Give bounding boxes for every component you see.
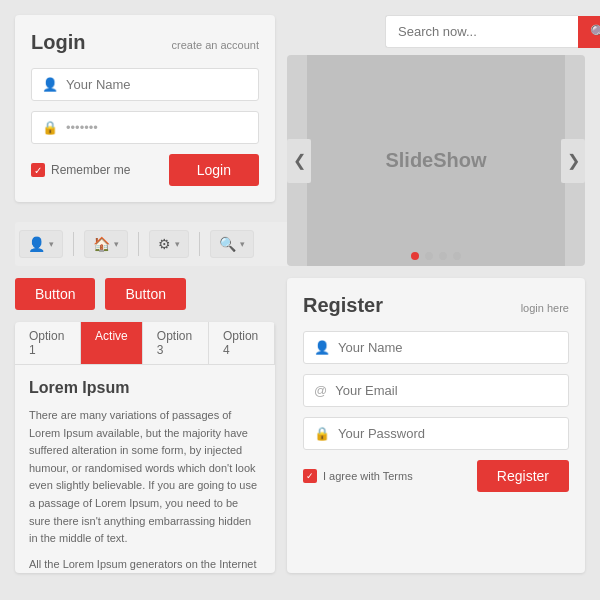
password-input[interactable]	[66, 120, 248, 135]
slideshow-label: SlideShow	[385, 149, 486, 172]
slide-next-button[interactable]: ❯	[561, 139, 585, 183]
tab-active[interactable]: Active	[81, 322, 143, 364]
username-input[interactable]	[66, 77, 248, 92]
register-user-icon: 👤	[314, 340, 330, 355]
register-email-input[interactable]	[335, 383, 558, 398]
nav-item-settings[interactable]: ⚙ ▾	[149, 230, 189, 258]
agree-label: ✓ I agree with Terms	[303, 469, 413, 483]
slide-dots	[411, 252, 461, 260]
login-title: Login	[31, 31, 85, 54]
username-input-group: 👤	[31, 68, 259, 101]
home-nav-arrow: ▾	[114, 239, 119, 249]
agree-checkbox[interactable]: ✓	[303, 469, 317, 483]
agree-text: I agree with Terms	[323, 470, 413, 482]
lock-icon: 🔒	[42, 120, 58, 135]
user-icon: 👤	[42, 77, 58, 92]
remember-me: ✓ Remember me	[31, 163, 130, 177]
register-password-group: 🔒	[303, 417, 569, 450]
register-button[interactable]: Register	[477, 460, 569, 492]
login-header: Login create an account	[31, 31, 259, 54]
nav-divider-3	[199, 232, 200, 256]
password-input-group: 🔒	[31, 111, 259, 144]
remember-label: Remember me	[51, 163, 130, 177]
register-email-icon: @	[314, 383, 327, 398]
tab-option4[interactable]: Option 4	[209, 322, 275, 364]
nav-item-home[interactable]: 🏠 ▾	[84, 230, 128, 258]
search-input[interactable]	[385, 15, 578, 48]
login-footer: ✓ Remember me Login	[31, 154, 259, 186]
search-nav-icon: 🔍	[219, 236, 236, 252]
search-button[interactable]: 🔍	[578, 16, 600, 48]
nav-item-user[interactable]: 👤 ▾	[19, 230, 63, 258]
slide-dot-1[interactable]	[411, 252, 419, 260]
login-button[interactable]: Login	[169, 154, 259, 186]
nav-divider-2	[138, 232, 139, 256]
tabs-header: Option 1 Active Option 3 Option 4	[15, 322, 275, 365]
user-nav-arrow: ▾	[49, 239, 54, 249]
login-card: Login create an account 👤 🔒 ✓ Remember m…	[15, 15, 275, 202]
user-nav-icon: 👤	[28, 236, 45, 252]
tab-option3[interactable]: Option 3	[143, 322, 209, 364]
tab-content-p1: There are many variations of passages of…	[29, 407, 261, 548]
register-name-input[interactable]	[338, 340, 558, 355]
tab-panel: Lorem Ipsum There are many variations of…	[15, 365, 275, 573]
slide-prev-button[interactable]: ❮	[287, 139, 311, 183]
button-2[interactable]: Button	[105, 278, 185, 310]
tab-content-p2: All the Lorem Ipsum generators on the In…	[29, 556, 261, 573]
nav-item-search[interactable]: 🔍 ▾	[210, 230, 254, 258]
settings-nav-icon: ⚙	[158, 236, 171, 252]
slide-dot-3[interactable]	[439, 252, 447, 260]
register-password-input[interactable]	[338, 426, 558, 441]
login-here-link[interactable]: login here	[521, 302, 569, 314]
register-header: Register login here	[303, 294, 569, 317]
nav-divider-1	[73, 232, 74, 256]
slideshow: ❮ SlideShow ❯	[287, 55, 585, 266]
register-email-group: @	[303, 374, 569, 407]
settings-nav-arrow: ▾	[175, 239, 180, 249]
register-card: Register login here 👤 @ 🔒 ✓ I agree with…	[287, 278, 585, 573]
search-nav-arrow: ▾	[240, 239, 245, 249]
slideshow-inner: SlideShow	[307, 55, 565, 266]
register-name-group: 👤	[303, 331, 569, 364]
register-lock-icon: 🔒	[314, 426, 330, 441]
button-1[interactable]: Button	[15, 278, 95, 310]
home-nav-icon: 🏠	[93, 236, 110, 252]
register-title: Register	[303, 294, 383, 317]
search-container: 🔍	[385, 15, 585, 48]
register-agree-row: ✓ I agree with Terms Register	[303, 460, 569, 492]
create-account-link[interactable]: create an account	[172, 39, 259, 51]
slide-dot-2[interactable]	[425, 252, 433, 260]
slide-dot-4[interactable]	[453, 252, 461, 260]
tab-content-title: Lorem Ipsum	[29, 379, 261, 397]
tab-option1[interactable]: Option 1	[15, 322, 81, 364]
remember-checkbox[interactable]: ✓	[31, 163, 45, 177]
tabs-content: Option 1 Active Option 3 Option 4 Lorem …	[15, 322, 275, 573]
